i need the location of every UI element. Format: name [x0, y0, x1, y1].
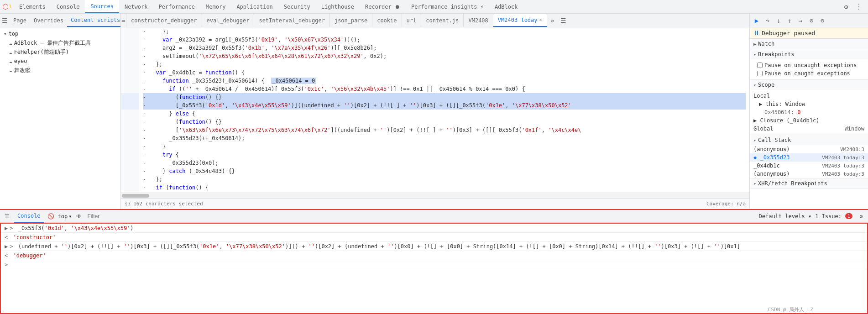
code-text-1: }; — [149, 27, 169, 36]
console-levels-selector[interactable]: Default levels ▾ — [759, 213, 814, 220]
pause-uncaught-checkbox[interactable] — [757, 63, 763, 68]
diff-marker-15: - — [143, 142, 149, 151]
console-sidebar-toggle[interactable]: ☰ — [2, 211, 12, 221]
console-settings-btn[interactable]: ⚙ — [856, 211, 866, 221]
settings-icon[interactable]: ⚙ — [841, 1, 852, 12]
sidebar-tab-content-scripts[interactable]: Content scripts — [67, 14, 121, 27]
tab-memory[interactable]: Memory — [200, 0, 231, 13]
console-line-5[interactable]: > — [1, 260, 867, 269]
code-line-14: - _0x355d23(++_0x450614); — [143, 134, 746, 142]
code-lines[interactable]: - }; - var _0x23a392 = arg1[_0x55f3('0x1… — [139, 27, 749, 193]
call-stack-item-2[interactable]: _0x4db1c VM2403 today:3 — [750, 162, 868, 170]
console-expand-3[interactable]: ▶ — [5, 243, 8, 250]
tab-network[interactable]: Network — [119, 0, 153, 13]
tree-item-wuhou[interactable]: ☁ 舞改猴 — [0, 66, 120, 75]
scope-global[interactable]: GlobalWindow — [753, 125, 864, 133]
code-text-10: [_0x55f3('0x1d', '\x43\x4e\x55\x59')]((u… — [149, 101, 571, 110]
call-stack-arrow: ▾ — [753, 138, 756, 143]
resume-btn[interactable]: ▶ — [752, 16, 762, 26]
step-over-btn[interactable]: ↷ — [763, 16, 773, 26]
tab-security[interactable]: Security — [278, 0, 316, 13]
file-tab-url[interactable]: url — [402, 14, 422, 27]
step-into-btn[interactable]: ↓ — [774, 16, 784, 26]
tab-adblock[interactable]: AdBlock — [489, 0, 523, 13]
more-menu-icon[interactable]: ⋮ — [853, 1, 864, 12]
more-tabs-icon[interactable]: » — [547, 15, 558, 26]
file-tab-json-parse[interactable]: json_parse — [330, 14, 372, 27]
code-line-19: - }; — [143, 175, 746, 183]
tab-console[interactable]: Console — [51, 0, 85, 13]
dont-pause-btn[interactable]: ⊖ — [817, 16, 827, 26]
call-stack-label: Call Stack — [758, 137, 791, 143]
xhr-breakpoints-header[interactable]: ▾ XHR/fetch Breakpoints — [750, 178, 868, 188]
scope-this[interactable]: ▶ this: Window — [753, 100, 864, 108]
file-tab-vm2403today[interactable]: VM2403 today × — [493, 14, 547, 27]
code-lines-container[interactable]: - }; - var _0x23a392 = arg1[_0x55f3('0x1… — [139, 27, 749, 193]
tab-recorder[interactable]: Recorder ⏺ — [360, 0, 406, 13]
scope-closure[interactable]: ▶ Closure (_0x4db1c) — [753, 116, 864, 125]
code-line-11: - } else { — [143, 110, 746, 118]
tree-item-adblock[interactable]: ☁ AdBlock — 最佳广告拦截工具 — [0, 38, 120, 47]
file-tab-close-icon[interactable]: × — [539, 17, 542, 22]
console-content[interactable]: ▶ > _0x55f3('0x1d', '\x43\x4e\x55\x59') … — [0, 223, 868, 314]
pause-uncaught-item[interactable]: Pause on uncaught exceptions — [753, 61, 864, 69]
tree-item-fehelper[interactable]: ☁ FeHelper(前端助手) — [0, 47, 120, 57]
file-tab-contentjs[interactable]: content.js — [421, 14, 464, 27]
tab-sources[interactable]: Sources — [85, 0, 119, 13]
watch-header[interactable]: ▶ Watch — [750, 39, 868, 49]
pause-caught-item[interactable]: Pause on caught exceptions — [753, 69, 864, 78]
file-tab-list-icon[interactable]: ☰ — [558, 15, 569, 26]
code-text-20: if (function() { — [149, 183, 209, 192]
xhr-breakpoints-label: XHR/fetch Breakpoints — [758, 180, 827, 187]
call-stack-item-0[interactable]: (anonymous) VM2408:3 — [750, 145, 868, 153]
console-tab[interactable]: Console — [14, 210, 44, 223]
sidebar-tab-page[interactable]: Page — [10, 14, 30, 27]
xhr-breakpoints-section: ▾ XHR/fetch Breakpoints — [750, 178, 868, 189]
code-line-15: - } — [143, 142, 746, 151]
file-tab-cookie[interactable]: cookie — [372, 14, 402, 27]
deactivate-breakpoints-btn[interactable]: ⊘ — [806, 16, 816, 26]
console-filter-input[interactable] — [86, 212, 757, 220]
code-text-17: _0x355d23(0x0); — [149, 159, 219, 167]
call-stack-item-3[interactable]: (anonymous) VM2403 today:3 — [750, 170, 868, 178]
console-eye-btn[interactable]: 👁 — [74, 211, 84, 221]
console-clear-btn[interactable]: 🚫 — [46, 211, 56, 221]
tab-elements[interactable]: Elements — [14, 0, 51, 13]
file-tab-vm2408[interactable]: VM2408 — [464, 14, 493, 27]
step-btn[interactable]: → — [795, 16, 805, 26]
scope-header[interactable]: ▾ Scope — [750, 80, 868, 90]
pause-caught-checkbox[interactable] — [757, 71, 763, 76]
tree-item-top[interactable]: ▾ top — [0, 29, 120, 38]
console-input-area[interactable] — [10, 262, 13, 268]
code-text-19: }; — [149, 175, 162, 183]
tab-performance[interactable]: Performance — [153, 0, 200, 13]
file-tab-constructor-debugger[interactable]: constructor_debugger — [126, 14, 202, 27]
console-expand-1[interactable]: ▶ — [5, 225, 8, 231]
code-scrollbar[interactable] — [121, 193, 749, 198]
breakpoints-header[interactable]: ▾ Breakpoints — [750, 49, 868, 59]
pause-icon: ⏸ — [753, 29, 760, 37]
tree-item-eyeo[interactable]: ☁ eyeo — [0, 57, 120, 66]
sidebar-tab-overrides[interactable]: Overrides — [30, 14, 67, 27]
console-context-selector[interactable]: top ▾ — [58, 213, 72, 220]
call-stack-item-1[interactable]: ◆ _0x355d23 VM2403 today:3 — [750, 153, 868, 162]
code-content[interactable]: - }; - var _0x23a392 = arg1[_0x55f3('0x1… — [121, 27, 749, 193]
tree-label-adblock: AdBlock — 最佳广告拦截工具 — [14, 39, 91, 47]
ln-15 — [121, 142, 139, 151]
step-out-btn[interactable]: ↑ — [784, 16, 795, 26]
tab-perf-insights[interactable]: Performance insights ⚡ — [406, 0, 489, 13]
scope-arrow: ▾ — [753, 83, 756, 88]
code-editor-wrapper: ☰ constructor_debugger eval_debugger set… — [121, 14, 749, 209]
call-stack-fn-3: (anonymous) — [753, 171, 790, 177]
file-tab-eval-debugger[interactable]: eval_debugger — [202, 14, 255, 27]
toggle-panel-btn[interactable]: ☰ — [121, 14, 126, 27]
console-levels-label: Default levels ▾ — [759, 213, 812, 220]
file-tab-setinterval-debugger[interactable]: setInterval_debugger — [254, 14, 330, 27]
call-stack-header[interactable]: ▾ Call Stack — [750, 135, 868, 145]
scrollbar-thumb[interactable] — [122, 194, 149, 198]
tab-lighthouse[interactable]: Lighthouse — [316, 0, 360, 13]
code-line-13: - ['\x63\x6f\x6e\x73\x74\x72\x75\x63\x74… — [143, 126, 746, 134]
tab-application[interactable]: Application — [231, 0, 278, 13]
sidebar-toggle-icon[interactable]: ☰ — [2, 17, 8, 24]
sources-main: ☰ Page Overrides Content scripts » ⋮ ▾ t… — [0, 14, 868, 209]
